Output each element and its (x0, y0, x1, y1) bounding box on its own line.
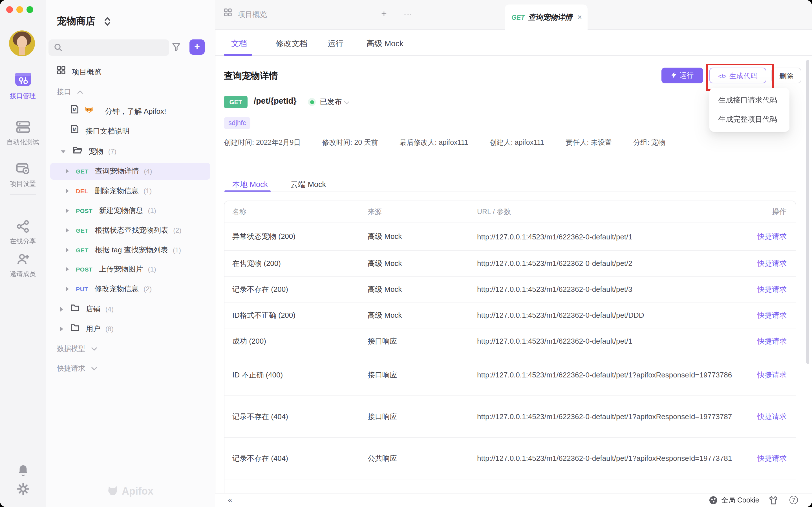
quick-request-link[interactable]: 快捷请求 (744, 231, 796, 242)
traffic-zoom-button[interactable] (27, 6, 33, 13)
collapse-sidebar-icon[interactable]: « (228, 494, 232, 507)
caret-right-icon[interactable] (66, 267, 69, 271)
caret-right-icon[interactable] (66, 228, 69, 232)
doc-tab-run[interactable]: 运行 (327, 37, 343, 50)
mock-table: 名称 来源 URL / 参数 操作 异常状态宠物 (200) 高级 Mock h… (224, 201, 796, 493)
tree-item-doc[interactable]: M 接口文档说明 (70, 123, 240, 140)
cell-url: http://127.0.0.1:4523/m1/622362-0-defaul… (477, 409, 744, 424)
mock-tab-local[interactable]: 本地 Mock (232, 179, 268, 190)
grid-icon (224, 0, 232, 29)
rail-item-share-online[interactable]: 在线分享 (0, 220, 46, 245)
doc-tab-edit[interactable]: 修改文档 (276, 37, 307, 50)
quick-request-link[interactable]: 快捷请求 (744, 370, 796, 380)
filter-icon[interactable] (172, 43, 181, 54)
caret-right-icon[interactable] (66, 286, 69, 291)
rail-label: 自动化测试 (0, 138, 46, 147)
watermark-label: Apifox (122, 486, 153, 497)
col-header-url: URL / 参数 (477, 207, 744, 217)
cookie-icon[interactable] (709, 496, 717, 504)
shirt-icon[interactable] (769, 496, 778, 507)
caret-right-icon[interactable] (60, 307, 63, 311)
menu-item-generate-project-code[interactable]: 生成完整项目代码 (709, 110, 790, 129)
menu-item-generate-request-code[interactable]: 生成接口请求代码 (709, 91, 790, 110)
highlight-annotation-box (706, 64, 774, 91)
tree-item-api[interactable]: POST 新建宠物信息 (1) (66, 202, 235, 219)
mock-tab-cloud[interactable]: 云端 Mock (290, 179, 326, 190)
rail-item-api-management[interactable]: 接口管理 (0, 71, 46, 100)
endpoint-tag[interactable]: sdjhfc (224, 117, 251, 129)
section-data-models[interactable]: 数据模型 (57, 340, 97, 357)
rail-item-project-settings[interactable]: 项目设置 (0, 161, 46, 188)
tab-active-endpoint[interactable]: GET查询宠物详情 × (505, 4, 588, 30)
tree-item-api[interactable]: PUT 修改宠物信息 (2) (66, 281, 235, 297)
more-tabs-button[interactable]: ··· (404, 0, 413, 29)
quick-request-link[interactable]: 快捷请求 (744, 310, 796, 320)
avatar[interactable] (9, 31, 35, 56)
tree-item-api[interactable]: POST 上传宠物图片 (1) (66, 261, 235, 278)
quick-request-link[interactable]: 快捷请求 (744, 336, 796, 346)
delete-button[interactable]: 删除 (771, 68, 801, 83)
rail-item-invite-members[interactable]: 邀请成员 (0, 252, 46, 278)
cell-url: http://127.0.0.1:4523/m1/622362-0-defaul… (477, 307, 744, 323)
tree-item-doc[interactable]: M 一分钟，了解 Apifox! (70, 103, 240, 120)
quick-request-link[interactable]: 快捷请求 (744, 284, 796, 294)
new-tab-button[interactable]: + (381, 0, 387, 29)
tree-item-api[interactable]: GET 根据 tag 查找宠物列表 (1) (66, 242, 235, 259)
tree-item-label: 宠物 (89, 147, 103, 156)
meta-group: 分组: 宠物 (633, 138, 665, 148)
markdown-doc-icon: M (70, 103, 79, 120)
caret-right-icon[interactable] (60, 327, 63, 331)
share-icon (16, 220, 30, 235)
mock-tab-active-underline (224, 190, 271, 192)
status-chevron-icon[interactable] (344, 99, 349, 104)
settings-button[interactable] (0, 483, 46, 497)
caret-right-icon[interactable] (66, 247, 69, 252)
traffic-minimize-button[interactable] (16, 6, 23, 13)
endpoint-path: /pet/{petId} (254, 96, 296, 105)
published-status-label[interactable]: 已发布 (320, 97, 342, 107)
run-button[interactable]: 运行 (661, 68, 703, 83)
cell-url: http://127.0.0.1:4523/m1/622362-0-defaul… (477, 282, 744, 297)
project-switcher-icon[interactable] (104, 17, 110, 28)
tree-item-api[interactable]: DEL 删除宠物信息 (1) (66, 182, 235, 200)
project-title[interactable]: 宠物商店 (57, 15, 95, 27)
tab-project-overview[interactable]: 项目概览 (224, 0, 267, 29)
caret-right-icon[interactable] (66, 169, 69, 173)
global-cookie-label[interactable]: 全局 Cookie (721, 494, 759, 507)
mock-tabs-divider (224, 191, 796, 192)
table-row: 在售宠物 (200) 高级 Mock http://127.0.0.1:4523… (224, 250, 796, 276)
help-icon[interactable]: ? (790, 496, 798, 504)
tree-item-label: 用户 (86, 325, 101, 333)
item-count: (4) (144, 167, 152, 175)
apifox-window: 接口管理 自动化测试 项目设置 在线分享 邀请成员 (0, 0, 812, 507)
notifications-button[interactable] (0, 464, 46, 479)
tree-item-label: 店铺 (86, 305, 101, 313)
doc-tab-advanced-mock[interactable]: 高级 Mock (366, 37, 403, 50)
close-tab-icon[interactable]: × (577, 4, 582, 29)
quick-request-link[interactable]: 快捷请求 (744, 258, 796, 269)
tree-folder-shop[interactable]: 店铺 (4) (60, 301, 230, 318)
quick-request-link[interactable]: 快捷请求 (744, 411, 796, 421)
section-api[interactable]: 接口 (57, 83, 83, 100)
sidebar-item-overview[interactable]: 项目概览 (57, 64, 226, 80)
tree-item-api[interactable]: GET 根据状态查找宠物列表 (2) (66, 222, 235, 239)
caret-right-icon[interactable] (66, 188, 69, 193)
tree-folder-users[interactable]: 用户 (8) (60, 321, 230, 337)
caret-right-icon[interactable] (66, 208, 69, 213)
rail-item-auto-test[interactable]: 自动化测试 (0, 119, 46, 147)
tree-item-label: 一分钟，了解 Apifox! (98, 107, 166, 115)
add-button[interactable]: + (190, 40, 205, 55)
invite-member-icon (16, 252, 30, 268)
doc-tab-document[interactable]: 文档 (231, 37, 247, 50)
avatar-neck (19, 47, 25, 55)
quick-request-link[interactable]: 快捷请求 (744, 453, 796, 463)
traffic-close-button[interactable] (6, 6, 13, 13)
scrollbar-thumb[interactable] (806, 60, 809, 364)
tree-folder-pets[interactable]: 宠物 (7) (61, 143, 230, 160)
tree-item-api-selected[interactable]: GET 查询宠物详情 (4) (66, 163, 235, 180)
caret-down-icon[interactable] (61, 150, 65, 153)
section-quick-requests[interactable]: 快捷请求 (57, 360, 97, 377)
method-tag: POST (76, 261, 93, 277)
search-input[interactable] (49, 40, 169, 56)
grid-icon (57, 63, 65, 80)
